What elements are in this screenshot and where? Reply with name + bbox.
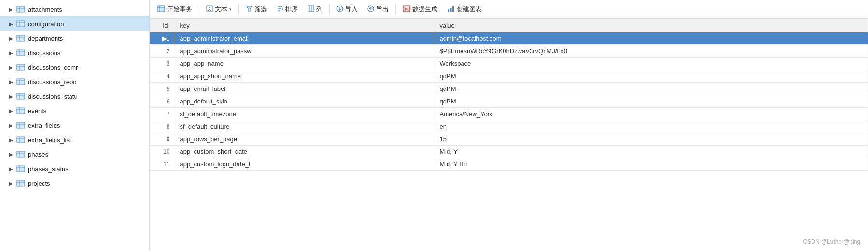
- sort-label: 排序: [285, 5, 298, 14]
- cell-value: admin@localhost.com: [434, 32, 868, 45]
- chevron-right-icon: ▶: [8, 78, 14, 85]
- svg-rect-9: [17, 50, 25, 56]
- svg-rect-48: [308, 6, 314, 12]
- sidebar-item-attachments[interactable]: ▶ attachments: [0, 2, 149, 16]
- table-row[interactable]: 8sf_default_cultureen: [150, 120, 868, 133]
- sidebar-item-projects[interactable]: ▶ projects: [0, 176, 149, 191]
- svg-rect-30: [17, 151, 25, 157]
- cell-id: 8: [150, 120, 174, 133]
- cell-value: qdPM: [434, 95, 868, 108]
- data-gen-label: 数据生成: [412, 5, 437, 14]
- chevron-right-icon: ▶: [8, 64, 14, 71]
- table-row[interactable]: 2app_administrator_passw$P$EmesnWRcY9GrK…: [150, 45, 868, 58]
- toolbar-separator: [395, 4, 396, 14]
- text-button[interactable]: 文文本 ▾: [202, 3, 236, 15]
- sidebar-item-discussions[interactable]: ▶ discussions: [0, 45, 149, 60]
- cell-id: 6: [150, 95, 174, 108]
- chevron-right-icon: ▶: [8, 20, 14, 27]
- svg-rect-12: [17, 64, 25, 70]
- table-row[interactable]: 5app_email_labelqdPM -: [150, 83, 868, 95]
- table-row[interactable]: 3app_app_nameWorkspace: [150, 58, 868, 70]
- cell-key: app_custom_short_date_: [174, 146, 434, 158]
- column-header-key[interactable]: key: [174, 19, 434, 32]
- sidebar-item-phases_status[interactable]: ▶ phases_status: [0, 162, 149, 176]
- column-header-id[interactable]: id: [150, 19, 174, 32]
- sidebar-item-phases[interactable]: ▶ phases: [0, 147, 149, 162]
- svg-rect-27: [17, 137, 25, 143]
- row-indicator-icon: ▶: [160, 35, 167, 42]
- svg-rect-59: [452, 6, 454, 12]
- columns-button[interactable]: 列: [304, 3, 326, 15]
- export-icon: [367, 5, 374, 14]
- cell-value: en: [434, 120, 868, 133]
- filter-button[interactable]: 筛选: [242, 3, 271, 15]
- table-header-row: idkeyvalue: [150, 19, 868, 32]
- sidebar-item-configuration[interactable]: ▶ configuration: [0, 16, 149, 31]
- table-row[interactable]: 6app_default_skinqdPM: [150, 95, 868, 108]
- sidebar-item-label: attachments: [28, 6, 62, 13]
- sidebar-item-discussions_repo[interactable]: ▶ discussions_repo: [0, 74, 149, 89]
- cell-key: app_default_skin: [174, 95, 434, 108]
- cell-id: ▶ 1: [150, 32, 174, 45]
- sidebar-item-label: discussions_comr: [28, 64, 78, 71]
- cell-key: app_rows_per_page: [174, 133, 434, 146]
- import-button[interactable]: 导入: [333, 3, 362, 15]
- svg-rect-36: [17, 180, 25, 186]
- svg-rect-57: [448, 9, 449, 12]
- data-gen-button[interactable]: 数据数据生成: [399, 3, 441, 15]
- cell-key: app_administrator_passw: [174, 45, 434, 58]
- svg-text:文: 文: [208, 7, 211, 11]
- table-icon: [16, 64, 25, 71]
- cell-key: sf_default_timezone: [174, 108, 434, 120]
- svg-rect-18: [17, 93, 25, 99]
- table-row[interactable]: 7sf_default_timezoneAmerica/New_York: [150, 108, 868, 120]
- svg-rect-0: [17, 6, 25, 12]
- cell-key: app_email_label: [174, 83, 434, 95]
- sidebar-item-departments[interactable]: ▶ departments: [0, 31, 149, 45]
- cell-value: $P$EmesnWRcY9GrK0hDzwaV3rvQnMJ/Fx0: [434, 45, 868, 58]
- data-gen-icon: 数据: [403, 5, 410, 14]
- create-chart-icon: [447, 5, 455, 14]
- export-button[interactable]: 导出: [364, 3, 392, 15]
- table-icon: [16, 20, 25, 27]
- table-icon: [16, 93, 25, 100]
- table-row[interactable]: ▶ 1app_administrator_emailadmin@localhos…: [150, 32, 868, 45]
- sidebar-item-extra_fields_list[interactable]: ▶ extra_fields_list: [0, 133, 149, 147]
- sidebar-item-discussions_statu[interactable]: ▶ discussions_statu: [0, 89, 149, 103]
- begin-transaction-button[interactable]: 开始事务: [154, 3, 196, 15]
- sidebar-item-events[interactable]: ▶ events: [0, 103, 149, 118]
- table-icon: [16, 165, 25, 172]
- sidebar-item-discussions_comr[interactable]: ▶ discussions_comr: [0, 60, 149, 74]
- column-header-value[interactable]: value: [434, 19, 868, 32]
- cell-key: app_custom_logn_date_f: [174, 158, 434, 171]
- cell-value: M d, Y: [434, 146, 868, 158]
- text-icon: 文: [206, 5, 213, 14]
- svg-rect-15: [17, 79, 25, 85]
- cell-id: 2: [150, 45, 174, 58]
- svg-rect-6: [17, 35, 25, 41]
- svg-rect-33: [17, 166, 25, 172]
- cell-id: 11: [150, 158, 174, 171]
- sort-button[interactable]: 排序: [273, 3, 302, 15]
- sidebar-item-label: events: [28, 107, 46, 115]
- table-icon: [16, 122, 25, 129]
- sidebar-item-label: departments: [28, 35, 63, 42]
- table-row[interactable]: 4app_app_short_nameqdPM: [150, 70, 868, 83]
- cell-value: 15: [434, 133, 868, 146]
- table-row[interactable]: 9app_rows_per_page15: [150, 133, 868, 146]
- chevron-right-icon: ▶: [8, 6, 14, 13]
- data-table: idkeyvalue ▶ 1app_administrator_emailadm…: [150, 19, 868, 171]
- table-row[interactable]: 11app_custom_logn_date_fM d, Y H:i: [150, 158, 868, 171]
- sidebar-item-label: discussions: [28, 49, 60, 57]
- sidebar-item-extra_fields[interactable]: ▶ extra_fields: [0, 118, 149, 133]
- cell-value: Workspace: [434, 58, 868, 70]
- sidebar-item-label: phases: [28, 151, 48, 158]
- filter-label: 筛选: [254, 5, 267, 14]
- create-chart-button[interactable]: 创建图表: [443, 3, 486, 15]
- main-content: 开始事务文文本 ▾筛选排序列导入导出数据数据生成创建图表 idkeyvalue …: [150, 0, 868, 251]
- sidebar: ▶ attachments▶ configuration▶ department…: [0, 0, 150, 251]
- toolbar-separator: [199, 4, 199, 14]
- svg-rect-39: [158, 6, 165, 12]
- table-icon: [16, 107, 25, 114]
- table-row[interactable]: 10app_custom_short_date_M d, Y: [150, 146, 868, 158]
